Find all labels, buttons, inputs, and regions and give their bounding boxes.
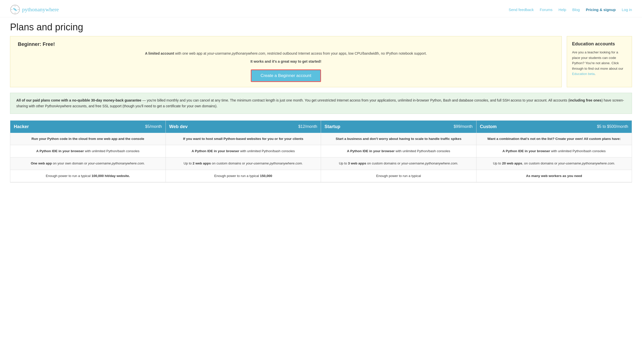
plan-custom-name: Custom <box>480 124 497 129</box>
plan-startup: Startup $99/month Start a business and d… <box>321 121 476 182</box>
nav-pricing[interactable]: Pricing & signup <box>586 8 616 12</box>
logo-anywhere: anywhere <box>37 6 59 13</box>
guarantee-bold: All of our paid plans come with a no-qui… <box>16 98 141 102</box>
plan-webdev-tagline: If you want to host small Python-based w… <box>166 133 321 145</box>
plan-custom-feature1: A Python IDE in your browser with unlimi… <box>476 145 632 157</box>
nav-blog[interactable]: Blog <box>572 8 580 12</box>
plan-hacker-price: $5/month <box>145 124 162 129</box>
plan-webdev-name: Web dev <box>169 124 188 129</box>
plan-webdev-price: $12/month <box>298 124 317 129</box>
logo-python: python <box>22 6 37 13</box>
plan-startup-feature1: A Python IDE in your browser with unlimi… <box>321 145 476 157</box>
plan-hacker-feature2: One web app on your own domain or your-u… <box>10 157 166 170</box>
plan-hacker-feature3: Enough power to run a typical 100,000 hi… <box>10 170 166 182</box>
plan-webdev-header: Web dev $12/month <box>166 121 321 133</box>
nav: Send feedback Forums Help Blog Pricing &… <box>509 8 632 12</box>
nav-login[interactable]: Log in <box>622 8 632 12</box>
nav-help[interactable]: Help <box>558 8 566 12</box>
plan-hacker: Hacker $5/month Run your Python code in … <box>10 121 166 182</box>
plan-startup-tagline: Start a business and don't worry about h… <box>321 133 476 145</box>
plan-webdev: Web dev $12/month If you want to host sm… <box>166 121 321 182</box>
svg-point-1 <box>14 9 16 10</box>
beginner-row: Beginner: Free! A limited account with o… <box>10 36 632 87</box>
beginner-tagline: It works and it's a great way to get sta… <box>18 59 554 64</box>
guarantee-text: — you're billed monthly and you can canc… <box>141 98 570 102</box>
create-beginner-button[interactable]: Create a Beginner account <box>251 69 321 82</box>
nav-send-feedback[interactable]: Send feedback <box>509 8 534 12</box>
plan-startup-header: Startup $99/month <box>321 121 476 133</box>
plans-grid: Hacker $5/month Run your Python code in … <box>10 120 632 183</box>
logo-icon <box>10 5 20 15</box>
guarantee-box: All of our paid plans come with a no-qui… <box>10 93 632 114</box>
plan-startup-feature3: Enough power to run a typical <box>321 170 476 182</box>
beginner-description: A limited account with one web app at yo… <box>18 51 554 56</box>
logo-text: pythonanywhere <box>22 6 59 13</box>
plan-hacker-tagline: Run your Python code in the cloud from o… <box>10 133 166 145</box>
plan-custom: Custom $5 to $500/month Want a combinati… <box>476 121 632 182</box>
plan-custom-price: $5 to $500/month <box>597 124 628 129</box>
beginner-title: Beginner: Free! <box>18 41 554 47</box>
plan-custom-feature3: As many web workers as you need <box>476 170 632 182</box>
page-title: Plans and pricing <box>0 17 642 36</box>
education-title: Education accounts <box>572 41 627 47</box>
education-box: Education accounts Are you a teacher loo… <box>567 36 632 87</box>
plan-hacker-header: Hacker $5/month <box>10 121 166 133</box>
plan-startup-feature2: Up to 3 web apps on custom domains or yo… <box>321 157 476 170</box>
beginner-box: Beginner: Free! A limited account with o… <box>10 36 562 87</box>
logo: pythonanywhere <box>10 5 59 15</box>
plan-custom-header: Custom $5 to $500/month <box>476 121 632 133</box>
plan-custom-tagline: Want a combination that's not on the lis… <box>476 133 632 145</box>
guarantee-bold2: including free ones <box>569 98 601 102</box>
header: pythonanywhere Send feedback Forums Help… <box>0 0 642 17</box>
education-beta-link[interactable]: Education beta <box>572 72 595 76</box>
plan-hacker-name: Hacker <box>14 124 29 129</box>
plan-hacker-feature1: A Python IDE in your browser with unlimi… <box>10 145 166 157</box>
plan-webdev-feature2: Up to 2 web apps on custom domains or yo… <box>166 157 321 170</box>
plan-startup-name: Startup <box>325 124 340 129</box>
plan-webdev-feature1: A Python IDE in your browser with unlimi… <box>166 145 321 157</box>
plan-startup-price: $99/month <box>454 124 473 129</box>
plan-webdev-feature3: Enough power to run a typical 150,000 <box>166 170 321 182</box>
nav-forums[interactable]: Forums <box>540 8 552 12</box>
main-content: Beginner: Free! A limited account with o… <box>0 36 642 183</box>
plan-custom-feature2: Up to 20 web apps, on custom domains or … <box>476 157 632 170</box>
education-description: Are you a teacher looking for a place yo… <box>572 50 627 77</box>
